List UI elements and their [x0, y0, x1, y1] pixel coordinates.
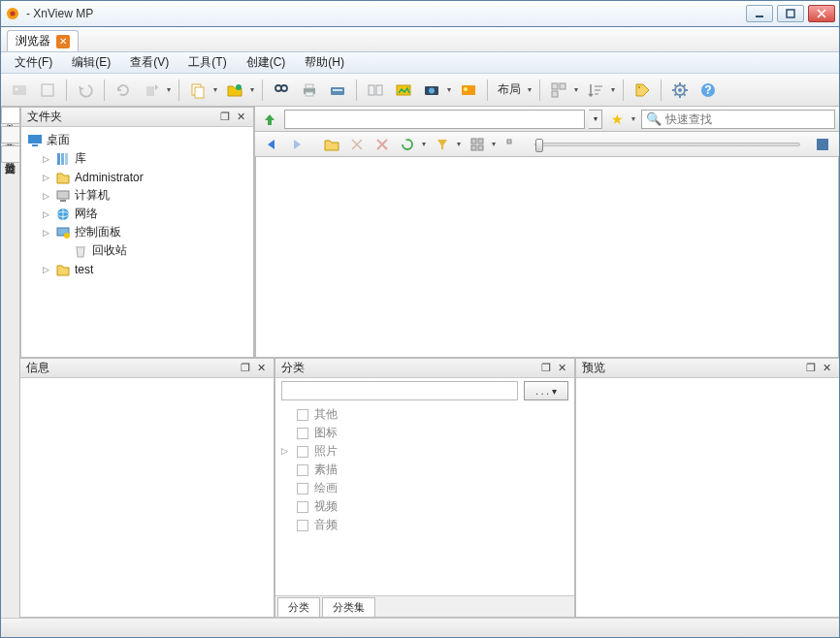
- tree-item[interactable]: ▷ 库: [23, 149, 251, 168]
- checkbox-icon[interactable]: [297, 409, 308, 421]
- panel-close-icon[interactable]: ✕: [820, 362, 833, 375]
- address-dropdown[interactable]: ▾: [589, 110, 602, 129]
- zoom-slider-thumb[interactable]: [535, 139, 543, 152]
- category-item[interactable]: 视频: [275, 497, 574, 516]
- quick-search[interactable]: 🔍: [641, 110, 835, 129]
- tree-item[interactable]: ▷ test: [23, 260, 251, 278]
- nav-forward-icon[interactable]: [286, 134, 307, 155]
- favorite-star-icon[interactable]: ★: [606, 109, 628, 130]
- panel-close-icon[interactable]: ✕: [254, 362, 268, 375]
- category-tab-categories[interactable]: 分类: [277, 597, 320, 617]
- nav-delete-icon[interactable]: [372, 134, 393, 155]
- nav-filter-icon[interactable]: [432, 134, 453, 155]
- panel-close-icon[interactable]: ✕: [234, 111, 247, 124]
- expand-icon[interactable]: ▷: [41, 153, 51, 164]
- tree-item[interactable]: ▷ Administrator: [23, 168, 251, 186]
- zoom-in-icon[interactable]: [812, 134, 833, 155]
- toolbar-settings-icon[interactable]: [667, 78, 693, 103]
- side-tab-favorites[interactable]: 收藏夹: [1, 126, 19, 144]
- category-item[interactable]: 图标: [275, 424, 574, 442]
- nav-cut-icon[interactable]: [346, 134, 368, 155]
- toolbar-fullscreen-icon[interactable]: [35, 78, 60, 103]
- toolbar-view-image-icon[interactable]: [7, 78, 32, 103]
- search-input[interactable]: [665, 112, 830, 126]
- tree-item[interactable]: 回收站: [23, 241, 251, 260]
- panel-float-icon[interactable]: ❐: [218, 111, 232, 124]
- folder-tree[interactable]: 桌面 ▷ 库 ▷ Administrator: [21, 127, 253, 282]
- panel-close-icon[interactable]: ✕: [555, 362, 568, 375]
- expand-icon[interactable]: ▷: [41, 172, 51, 182]
- toolbar-print-icon[interactable]: [297, 78, 322, 103]
- toolbar-thumbnails-icon[interactable]: [546, 78, 571, 103]
- nav-view-dropdown[interactable]: ▾: [490, 140, 498, 148]
- side-tab-folders[interactable]: 文件夹: [1, 107, 19, 124]
- toolbar-copy-dropdown[interactable]: ▾: [211, 85, 219, 94]
- category-options-button[interactable]: . . . ▾: [524, 381, 568, 400]
- toolbar-slideshow-icon[interactable]: [391, 78, 416, 103]
- category-item[interactable]: 绘画: [275, 479, 574, 497]
- toolbar-undo-icon[interactable]: [73, 78, 98, 103]
- category-item[interactable]: 素描: [275, 461, 574, 479]
- toolbar-sort-icon[interactable]: [583, 78, 608, 103]
- toolbar-open-dropdown[interactable]: ▾: [248, 85, 256, 94]
- checkbox-icon[interactable]: [297, 483, 308, 494]
- toolbar-open-folder-icon[interactable]: [222, 78, 247, 103]
- category-item[interactable]: 其他: [275, 405, 574, 424]
- panel-float-icon[interactable]: ❐: [804, 362, 818, 375]
- nav-up-icon[interactable]: [259, 109, 280, 130]
- expand-icon[interactable]: ▷: [41, 227, 51, 238]
- category-tab-sets[interactable]: 分类集: [322, 597, 375, 617]
- toolbar-sort-dropdown[interactable]: ▾: [609, 85, 617, 94]
- checkbox-icon[interactable]: [297, 520, 308, 531]
- checkbox-icon[interactable]: [297, 428, 308, 439]
- toolbar-thumbnails-dropdown[interactable]: ▾: [572, 85, 580, 94]
- nav-open-folder-icon[interactable]: [321, 134, 342, 155]
- thumbnail-viewer[interactable]: [255, 157, 839, 358]
- menu-help[interactable]: 帮助(H): [297, 52, 352, 73]
- zoom-out-icon[interactable]: [501, 134, 523, 155]
- panel-float-icon[interactable]: ❐: [539, 362, 553, 375]
- toolbar-capture-dropdown[interactable]: ▾: [445, 85, 453, 94]
- toolbar-refresh-icon[interactable]: [111, 78, 136, 103]
- toolbar-layout-dropdown[interactable]: ▾: [526, 85, 533, 94]
- side-tab-filters[interactable]: 分类过滤器: [1, 145, 19, 163]
- minimize-button[interactable]: [746, 5, 773, 22]
- nav-filter-dropdown[interactable]: ▾: [455, 140, 463, 148]
- nav-view-mode-icon[interactable]: [467, 134, 488, 155]
- category-search-input[interactable]: [281, 381, 518, 400]
- expand-icon[interactable]: ▷: [41, 208, 51, 219]
- expand-icon[interactable]: ▷: [281, 446, 288, 456]
- checkbox-icon[interactable]: [297, 446, 308, 458]
- menu-view[interactable]: 查看(V): [122, 52, 177, 73]
- tree-item[interactable]: ▷ 计算机: [23, 186, 251, 205]
- toolbar-rotate-dropdown[interactable]: ▾: [165, 85, 173, 94]
- toolbar-copy-icon[interactable]: [185, 78, 210, 103]
- zoom-slider[interactable]: [534, 143, 800, 146]
- checkbox-icon[interactable]: [297, 501, 308, 513]
- expand-icon[interactable]: ▷: [41, 264, 51, 274]
- menu-tools[interactable]: 工具(T): [180, 52, 234, 73]
- expand-icon[interactable]: ▷: [41, 190, 51, 201]
- menu-create[interactable]: 创建(C): [239, 52, 294, 73]
- tab-close-icon[interactable]: ✕: [56, 35, 70, 48]
- checkbox-icon[interactable]: [297, 464, 308, 476]
- toolbar-rotate-icon[interactable]: [139, 78, 164, 103]
- nav-refresh-dropdown[interactable]: ▾: [420, 140, 428, 148]
- menu-edit[interactable]: 编辑(E): [64, 52, 118, 73]
- tree-item[interactable]: ▷ 网络: [23, 205, 251, 223]
- nav-back-icon[interactable]: [261, 134, 282, 155]
- maximize-button[interactable]: [777, 5, 804, 22]
- favorite-dropdown[interactable]: ▾: [630, 114, 637, 123]
- category-item[interactable]: 音频: [275, 516, 574, 534]
- menu-file[interactable]: 文件(F): [7, 52, 60, 73]
- toolbar-convert-icon[interactable]: [456, 78, 481, 103]
- close-button[interactable]: [808, 5, 835, 22]
- nav-refresh-icon[interactable]: [397, 134, 418, 155]
- category-item[interactable]: 照片: [275, 442, 574, 461]
- address-input[interactable]: [284, 110, 585, 129]
- toolbar-tag-icon[interactable]: [630, 78, 655, 103]
- tree-item[interactable]: ▷ 控制面板: [23, 223, 251, 241]
- toolbar-help-icon[interactable]: ?: [695, 78, 721, 103]
- tab-browser[interactable]: 浏览器 ✕: [7, 30, 79, 51]
- toolbar-capture-icon[interactable]: [419, 78, 444, 103]
